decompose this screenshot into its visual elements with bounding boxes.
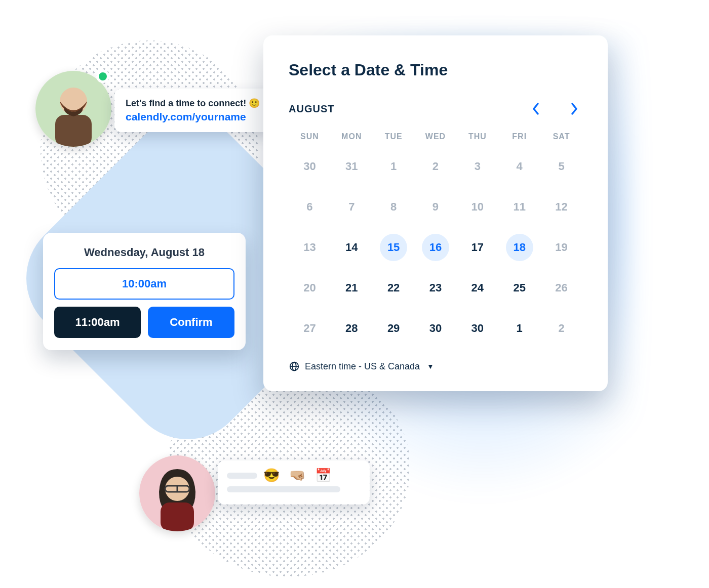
calendar-day-number: 2 (548, 315, 575, 342)
calendar-day-number: 6 (296, 193, 323, 221)
weekday-label: FRI (498, 132, 540, 141)
calendar-day[interactable]: 14 (331, 229, 373, 266)
calendar-week-row: 13141516171819 (289, 229, 582, 266)
chat-bubble-invite: Let's find a time to connect! 🙂 calendly… (114, 89, 277, 132)
calendar-day: 5 (540, 148, 582, 185)
month-label: AUGUST (289, 103, 334, 115)
calendar-day-number: 22 (380, 274, 407, 302)
calendar-day[interactable]: 18 (498, 229, 540, 266)
calendar-day-number: 7 (338, 193, 365, 221)
calendar-day-number: 8 (380, 193, 407, 221)
calendar-day[interactable]: 23 (415, 270, 457, 306)
next-month-button[interactable] (566, 101, 582, 117)
timezone-selector[interactable]: Eastern time - US & Canada ▼ (289, 361, 582, 372)
calendar-day[interactable]: 29 (373, 310, 415, 347)
chevron-right-icon (570, 103, 578, 115)
time-picker-card: Wednesday, August 18 10:00am 11:00am Con… (43, 233, 246, 350)
smile-emoji: 🙂 (249, 98, 260, 108)
chevron-left-icon (532, 103, 540, 115)
calendar-week-row: 6789101112 (289, 189, 582, 225)
calendar-day: 27 (289, 310, 331, 347)
presence-indicator (96, 70, 109, 83)
calendar-day[interactable]: 15 (373, 229, 415, 266)
calendar-day-number: 12 (548, 193, 575, 221)
calendar-day: 6 (289, 189, 331, 225)
calendar-day[interactable]: 17 (456, 229, 498, 266)
weekday-header-row: SUNMONTUEWEDTHUFRISAT (289, 132, 582, 141)
calendar-day[interactable]: 30 (456, 310, 498, 347)
calendar-week-row: 303112345 (289, 148, 582, 185)
calendar-day: 10 (456, 189, 498, 225)
weekday-label: THU (456, 132, 498, 141)
calendar-day: 19 (540, 229, 582, 266)
timezone-label: Eastern time - US & Canada (305, 361, 420, 372)
calendar-day[interactable]: 16 (415, 229, 457, 266)
calendar-card: Select a Date & Time AUGUST SUNMONTUEWED… (263, 35, 608, 391)
calendar-day-number: 2 (422, 153, 449, 180)
calendar-day: 1 (373, 148, 415, 185)
calendar-day-number: 25 (506, 274, 533, 302)
calendar-day: 4 (498, 148, 540, 185)
calendar-day: 2 (415, 148, 457, 185)
svg-rect-10 (161, 502, 194, 531)
calendar-day-number: 10 (464, 193, 491, 221)
calendar-day-number: 15 (380, 234, 407, 261)
invite-text: Let's find a time to connect! (126, 98, 246, 108)
calendar-day-number: 13 (296, 234, 323, 261)
calendar-day: 3 (456, 148, 498, 185)
time-slot-1100am-selected[interactable]: 11:00am (54, 307, 141, 338)
confirm-button[interactable]: Confirm (148, 307, 234, 338)
calendar-day: 9 (415, 189, 457, 225)
calendar-day[interactable]: 30 (415, 310, 457, 347)
calendar-day: 30 (289, 148, 331, 185)
scheduling-link[interactable]: calendly.com/yourname (126, 111, 265, 123)
calendar-day-number: 24 (464, 274, 491, 302)
calendar-day-number: 21 (338, 274, 365, 302)
skeleton-line (227, 473, 257, 479)
calendar-day-number: 26 (548, 274, 575, 302)
calendar-day-number: 27 (296, 315, 323, 342)
weekday-label: SUN (289, 132, 331, 141)
calendar-day-number: 29 (380, 315, 407, 342)
calendar-day-number: 19 (548, 234, 575, 261)
calendar-day: 20 (289, 270, 331, 306)
calendar-day-number: 1 (506, 315, 533, 342)
calendar-day: 13 (289, 229, 331, 266)
calendar-day: 8 (373, 189, 415, 225)
weekday-label: MON (331, 132, 373, 141)
calendar-day[interactable]: 28 (331, 310, 373, 347)
calendar-title: Select a Date & Time (289, 61, 582, 79)
calendar-day[interactable]: 25 (498, 270, 540, 306)
caret-down-icon: ▼ (427, 362, 434, 370)
prev-month-button[interactable] (528, 101, 544, 117)
calendar-day: 2 (540, 310, 582, 347)
calendar-day-number: 17 (464, 234, 491, 261)
calendar-day-number: 4 (506, 153, 533, 180)
calendar-day: 31 (331, 148, 373, 185)
calendar-day-number: 5 (548, 153, 575, 180)
calendar-day-number: 16 (422, 234, 449, 261)
calendar-day-number: 20 (296, 274, 323, 302)
calendar-day-number: 11 (506, 193, 533, 221)
calendar-day[interactable]: 24 (456, 270, 498, 306)
calendar-day[interactable]: 21 (331, 270, 373, 306)
time-slot-1000am[interactable]: 10:00am (54, 268, 234, 300)
calendar-day: 7 (331, 189, 373, 225)
calendar-day: 26 (540, 270, 582, 306)
reply-emojis: 😎 🤜🏼 📅 (263, 468, 334, 483)
calendar-day-number: 18 (506, 234, 533, 261)
chat-bubble-reply: 😎 🤜🏼 📅 (218, 460, 370, 505)
calendar-day-number: 1 (380, 153, 407, 180)
calendar-day[interactable]: 22 (373, 270, 415, 306)
calendar-day[interactable]: 1 (498, 310, 540, 347)
calendar-day: 11 (498, 189, 540, 225)
globe-icon (289, 361, 300, 372)
calendar-day-number: 30 (296, 153, 323, 180)
weekday-label: TUE (373, 132, 415, 141)
calendar-day-number: 28 (338, 315, 365, 342)
calendar-day-number: 14 (338, 234, 365, 261)
calendar-day-number: 23 (422, 274, 449, 302)
calendar-day-number: 31 (338, 153, 365, 180)
calendar-grid: 3031123456789101112131415161718192021222… (289, 148, 582, 347)
skeleton-line (227, 486, 340, 492)
